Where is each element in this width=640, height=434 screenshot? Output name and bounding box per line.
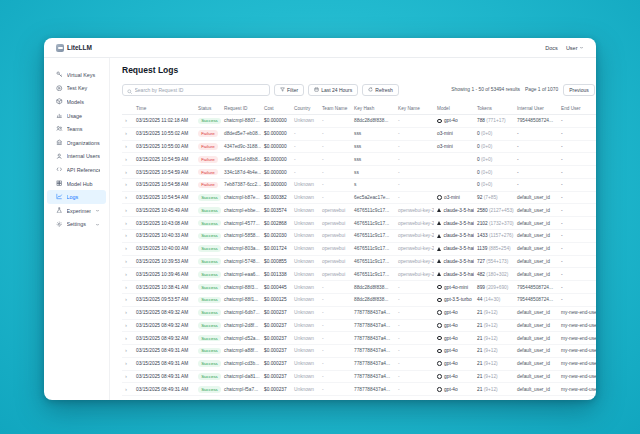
cell-time: 03/15/2025 10:55:02 AM [133, 127, 195, 140]
table-row[interactable]: ›03/15/2025 09:53:57 AMSuccesschatcmpl-8… [122, 293, 596, 306]
cell-country: Unknown [291, 357, 319, 370]
status-badge: Success [198, 118, 221, 125]
expand-row-icon[interactable]: › [125, 323, 127, 327]
table-row[interactable]: ›03/15/2025 08:49:32 AMSuccesschatcmpl-2… [122, 319, 596, 332]
sidebar-item-organizations[interactable]: Organizations [47, 136, 106, 150]
cell-team-name: - [319, 178, 351, 191]
cell-end-user: - [558, 293, 596, 306]
expand-row-icon[interactable]: › [125, 131, 127, 135]
sidebar-item-model-hub[interactable]: Model Hub [47, 177, 106, 191]
sidebar-item-usage[interactable]: Usage [47, 109, 106, 123]
table-row[interactable]: ›03/15/2025 08:49:31 AMSuccesschatcmpl-d… [122, 370, 596, 383]
refresh-button[interactable]: Refresh [362, 84, 399, 96]
cell-internal-user: - [514, 140, 558, 153]
sidebar-item-settings[interactable]: Settings [47, 218, 106, 232]
expand-row-icon[interactable]: › [125, 246, 127, 250]
openai-icon [437, 361, 442, 366]
cell-cost: $0.000237 [261, 383, 291, 396]
status-badge: Success [198, 194, 221, 201]
table-row[interactable]: ›03/15/2025 10:54:58 AMFailure7eb87387-6… [122, 178, 596, 191]
sidebar-item-models[interactable]: Models [47, 95, 106, 109]
expand-row-icon[interactable]: › [125, 297, 127, 301]
table-row[interactable]: ›03/15/2025 11:02:18 AMSuccesschatcmpl-8… [122, 115, 596, 128]
table-row[interactable]: ›03/15/2025 08:49:32 AMSuccesschatcmpl-6… [122, 306, 596, 319]
search-input[interactable] [135, 87, 266, 93]
funnel-icon [280, 87, 285, 93]
table-row[interactable]: ›03/15/2025 10:54:59 AMFailurea9ee681d-b… [122, 153, 596, 166]
docs-link[interactable]: Docs [545, 45, 558, 51]
cell-internal-user: default_user_id [514, 268, 558, 281]
sidebar-item-api-reference[interactable]: API Reference [47, 163, 106, 177]
cell-key-hash: sss [351, 140, 395, 153]
cell-tokens: 21 (9+12) [474, 357, 514, 370]
cell-key-name: - [395, 383, 434, 396]
expand-row-icon[interactable]: › [125, 387, 127, 391]
table-row[interactable]: ›03/15/2025 10:45:49 AMSuccesschatcmpl-e… [122, 204, 596, 217]
table-row[interactable]: ›03/15/2025 10:38:41 AMSuccesschatcmpl-8… [122, 281, 596, 294]
cell-cost: $0.000855 [261, 255, 291, 268]
table-row[interactable]: ›03/15/2025 10:54:59 AMFailure334c187d-4… [122, 166, 596, 179]
expand-row-icon[interactable]: › [125, 374, 127, 378]
column-header: End User [558, 103, 596, 115]
cell-end-user: my-new-end-user-1 [558, 319, 596, 332]
appstore-grid-icon [56, 180, 63, 188]
table-row[interactable]: ›03/15/2025 10:39:53 AMSuccesschatcmpl-5… [122, 255, 596, 268]
cell-end-user: - [558, 140, 596, 153]
expand-row-icon[interactable]: › [125, 208, 127, 212]
cell-tokens: 21 (9+12) [474, 332, 514, 345]
expand-row-icon[interactable]: › [125, 272, 127, 276]
sidebar-item-experimental[interactable]: Experimental [47, 204, 106, 218]
expand-row-icon[interactable]: › [125, 361, 127, 365]
table-row[interactable]: ›03/15/2025 10:40:00 AMSuccesschatcmpl-8… [122, 242, 596, 255]
cell-internal-user: default_user_id [514, 242, 558, 255]
cell-internal-user: default_user_id [514, 357, 558, 370]
table-row[interactable]: ›03/15/2025 08:49:31 AMSuccesschatcmpl-4… [122, 396, 596, 400]
expand-row-icon[interactable]: › [125, 259, 127, 263]
cell-key-hash: 7787788437a4... [351, 319, 395, 332]
cell-end-user: - [558, 204, 596, 217]
table-row[interactable]: ›03/15/2025 10:39:46 AMSuccesschatcmpl-e… [122, 268, 596, 281]
cell-key-name: - [395, 370, 434, 383]
table-row[interactable]: ›03/15/2025 10:55:02 AMFailured8ded5e7-e… [122, 127, 596, 140]
column-header: Request ID [221, 103, 261, 115]
cell-time: 03/15/2025 08:49:31 AM [133, 370, 195, 383]
expand-row-icon[interactable]: › [125, 285, 127, 289]
table-row[interactable]: ›03/15/2025 10:54:54 AMSuccesschatcmpl-b… [122, 191, 596, 204]
cell-end-user: - [558, 127, 596, 140]
sidebar-item-internal-users[interactable]: Internal Users [47, 150, 106, 164]
expand-row-icon[interactable]: › [125, 157, 127, 161]
cell-key-hash: 4676511c9c17... [351, 255, 395, 268]
time-range-button[interactable]: Last 24 Hours [308, 84, 358, 96]
table-row[interactable]: ›03/15/2025 08:49:31 AMSuccesschatcmpl-a… [122, 345, 596, 358]
table-row[interactable]: ›03/15/2025 10:40:33 AMSuccesschatcmpl-5… [122, 230, 596, 243]
table-row[interactable]: ›03/15/2025 08:49:31 AMSuccesschatcmpl-f… [122, 383, 596, 396]
user-menu[interactable]: User [566, 45, 584, 51]
cell-team-name: - [319, 332, 351, 345]
cell-key-name: openwebui-key-2 [395, 217, 434, 230]
gear-icon [56, 221, 63, 229]
table-row[interactable]: ›03/15/2025 10:55:00 AMFailure4347ed9c-3… [122, 140, 596, 153]
logs-table-container: TimeStatusRequest IDCostCountryTeam Name… [122, 103, 596, 401]
expand-row-icon[interactable]: › [125, 336, 127, 340]
table-row[interactable]: ›03/15/2025 10:43:08 AMSuccesschatcmpl-4… [122, 217, 596, 230]
filter-button[interactable]: Filter [274, 84, 304, 96]
sidebar-item-virtual-keys[interactable]: Virtual Keys [47, 68, 106, 82]
expand-row-icon[interactable]: › [125, 233, 127, 237]
table-row[interactable]: ›03/15/2025 08:49:31 AMSuccesschatcmpl-c… [122, 357, 596, 370]
expand-row-icon[interactable]: › [125, 195, 127, 199]
expand-row-icon[interactable]: › [125, 348, 127, 352]
expand-row-icon[interactable]: › [125, 144, 127, 148]
expand-row-icon[interactable]: › [125, 221, 127, 225]
expand-row-icon[interactable]: › [125, 170, 127, 174]
sidebar-item-logs[interactable]: Logs [47, 190, 106, 204]
expand-row-icon[interactable]: › [125, 118, 127, 122]
expand-row-icon[interactable]: › [125, 182, 127, 186]
expand-row-icon[interactable]: › [125, 310, 127, 314]
cell-country: Unknown [291, 319, 319, 332]
brand-name: LiteLLM [67, 44, 92, 51]
sidebar-item-test-key[interactable]: Test Key [47, 82, 106, 96]
refresh-icon [368, 87, 373, 93]
previous-page-button[interactable]: Previous [563, 84, 594, 96]
sidebar-item-teams[interactable]: Teams [47, 122, 106, 136]
table-row[interactable]: ›03/15/2025 08:49:32 AMSuccesschatcmpl-d… [122, 332, 596, 345]
